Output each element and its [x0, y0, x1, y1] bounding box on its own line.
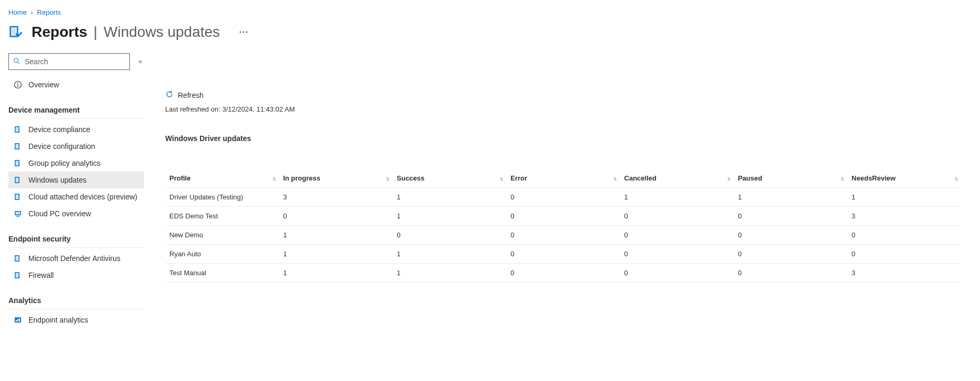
table-cell-success: 1 — [392, 245, 506, 264]
svg-rect-18 — [16, 212, 21, 215]
device-icon — [14, 254, 22, 263]
sort-icon: ↑↓ — [841, 175, 843, 182]
svg-rect-8 — [16, 127, 19, 132]
table-row[interactable]: EDS Demo Test010003 — [165, 207, 961, 226]
table-cell-paused: 1 — [734, 188, 847, 207]
sidebar-item-label: Device compliance — [28, 125, 90, 134]
sort-icon: ↑↓ — [613, 175, 616, 182]
svg-rect-19 — [16, 216, 19, 217]
breadcrumb: Home › Reports — [8, 8, 972, 16]
driver-updates-table: Profile↑↓ In progress↑↓ Success↑↓ Error↑… — [165, 169, 961, 283]
svg-rect-25 — [16, 320, 17, 322]
sort-icon: ↑↓ — [272, 175, 275, 182]
table-cell-in-progress: 3 — [279, 188, 392, 207]
column-header-needs-review[interactable]: NeedsReview↑↓ — [847, 169, 961, 188]
last-refreshed-text: Last refreshed on: 3/12/2024, 11:43:02 A… — [165, 105, 961, 113]
table-cell-cancelled: 0 — [620, 226, 734, 245]
cloud-pc-icon — [14, 209, 22, 218]
sidebar-item-label: Endpoint analytics — [28, 316, 88, 324]
sidebar-item-overview[interactable]: Overview — [8, 76, 144, 93]
sidebar-item-label: Cloud PC overview — [28, 209, 91, 218]
refresh-button[interactable]: Refresh — [165, 90, 961, 100]
sidebar: « Overview Device management Device comp… — [8, 53, 144, 328]
table-cell-cancelled: 0 — [620, 207, 734, 226]
table-cell-in-progress: 1 — [279, 245, 392, 264]
sidebar-item-cloud-attached-devices[interactable]: Cloud attached devices (preview) — [8, 188, 144, 205]
sort-icon: ↑↓ — [954, 175, 957, 182]
table-row[interactable]: Driver Updates (Testing)310111 — [165, 188, 961, 207]
column-header-paused[interactable]: Paused↑↓ — [734, 169, 847, 188]
title-separator: | — [94, 24, 97, 41]
refresh-icon — [165, 90, 174, 100]
sidebar-item-defender-antivirus[interactable]: Microsoft Defender Antivirus — [8, 250, 144, 267]
sidebar-item-group-policy-analytics[interactable]: Group policy analytics — [8, 155, 144, 172]
device-icon — [14, 176, 22, 184]
sidebar-item-endpoint-analytics[interactable]: Endpoint analytics — [8, 312, 144, 328]
svg-rect-26 — [17, 319, 18, 322]
table-cell-needs-review: 0 — [847, 226, 961, 245]
main-content: Refresh Last refreshed on: 3/12/2024, 11… — [144, 90, 972, 328]
table-cell-profile: Ryan Auto — [165, 245, 279, 264]
table-cell-error: 0 — [506, 264, 620, 283]
svg-point-5 — [17, 83, 18, 84]
sidebar-section-analytics: Analytics — [8, 293, 144, 309]
column-header-profile[interactable]: Profile↑↓ — [165, 169, 279, 188]
svg-rect-6 — [17, 84, 18, 87]
column-header-cancelled[interactable]: Cancelled↑↓ — [620, 169, 734, 188]
table-section-title: Windows Driver updates — [165, 134, 961, 143]
device-icon — [14, 142, 22, 151]
table-cell-in-progress: 1 — [279, 264, 392, 283]
table-cell-success: 1 — [392, 264, 506, 283]
sidebar-item-windows-updates[interactable]: Windows updates — [8, 172, 144, 188]
table-cell-paused: 0 — [734, 245, 847, 264]
collapse-sidebar-button[interactable]: « — [136, 56, 144, 67]
sidebar-item-label: Device configuration — [28, 142, 95, 151]
sidebar-item-label: Cloud attached devices (preview) — [28, 193, 137, 201]
search-input[interactable] — [25, 57, 125, 66]
sort-icon: ↑↓ — [386, 175, 388, 182]
svg-line-3 — [18, 62, 20, 64]
page-header: Reports | Windows updates ⋯ — [8, 24, 972, 41]
analytics-icon — [14, 316, 22, 324]
table-cell-cancelled: 0 — [620, 245, 734, 264]
info-icon — [14, 81, 22, 89]
device-report-icon — [8, 24, 23, 41]
table-cell-needs-review: 1 — [847, 188, 961, 207]
column-header-error[interactable]: Error↑↓ — [506, 169, 620, 188]
breadcrumb-home-link[interactable]: Home — [8, 8, 27, 16]
table-row[interactable]: Test Manual110003 — [165, 264, 961, 283]
sidebar-item-device-configuration[interactable]: Device configuration — [8, 138, 144, 155]
table-cell-paused: 0 — [734, 226, 847, 245]
page-title-main: Reports — [32, 24, 87, 41]
sidebar-item-cloud-pc-overview[interactable]: Cloud PC overview — [8, 205, 144, 222]
table-cell-error: 0 — [506, 207, 620, 226]
svg-rect-23 — [16, 273, 19, 278]
table-row[interactable]: New Demo100000 — [165, 226, 961, 245]
table-cell-profile: EDS Demo Test — [165, 207, 279, 226]
svg-rect-14 — [16, 178, 19, 183]
svg-rect-16 — [16, 195, 19, 199]
sidebar-item-firewall[interactable]: Firewall — [8, 267, 144, 284]
table-cell-profile: Driver Updates (Testing) — [165, 188, 279, 207]
device-icon — [14, 125, 22, 134]
sidebar-item-label: Overview — [28, 81, 59, 89]
table-cell-cancelled: 1 — [620, 188, 734, 207]
table-cell-profile: New Demo — [165, 226, 279, 245]
breadcrumb-reports-link[interactable]: Reports — [37, 8, 61, 16]
svg-rect-10 — [16, 144, 19, 149]
table-cell-error: 0 — [506, 245, 620, 264]
sidebar-item-device-compliance[interactable]: Device compliance — [8, 121, 144, 138]
column-header-in-progress[interactable]: In progress↑↓ — [279, 169, 392, 188]
table-cell-cancelled: 0 — [620, 264, 734, 283]
table-cell-success: 0 — [392, 226, 506, 245]
table-cell-error: 0 — [506, 188, 620, 207]
device-icon — [14, 159, 22, 167]
svg-rect-12 — [16, 161, 19, 166]
column-header-success[interactable]: Success↑↓ — [392, 169, 506, 188]
search-box[interactable] — [8, 53, 130, 70]
table-row[interactable]: Ryan Auto110000 — [165, 245, 961, 264]
sidebar-item-label: Firewall — [28, 271, 54, 279]
svg-rect-21 — [16, 256, 19, 261]
sort-icon: ↑↓ — [499, 175, 502, 182]
more-actions-button[interactable]: ⋯ — [239, 26, 249, 41]
